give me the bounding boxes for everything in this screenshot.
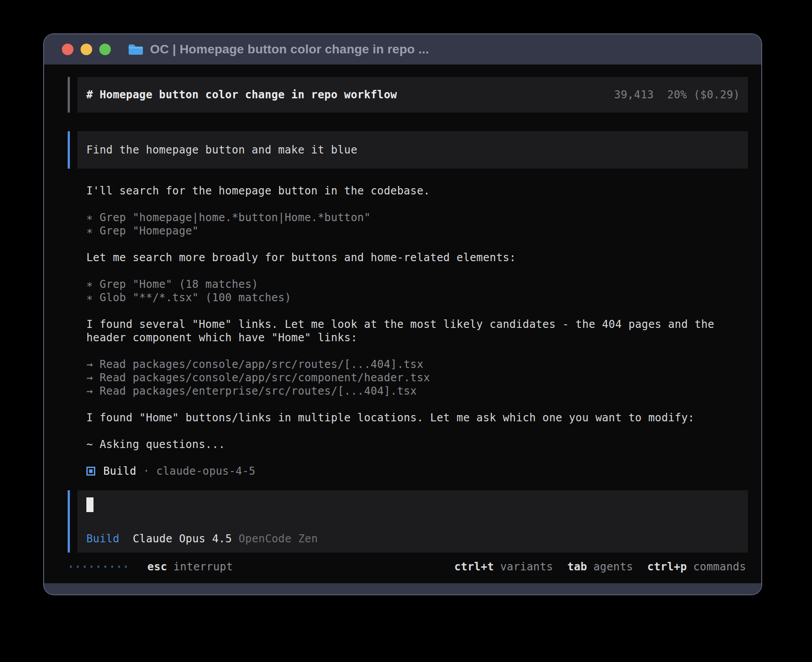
session-title: # Homepage button color change in repo w… xyxy=(86,89,397,101)
status-bar-left: ········· esc interrupt xyxy=(68,561,233,573)
input-model-name: Claude Opus 4.5 xyxy=(133,532,232,545)
tool-calls: ∗ Grep "Home" (18 matches) ∗ Glob "**/*.… xyxy=(86,278,748,304)
token-count: 39,413 xyxy=(614,89,654,101)
assistant-paragraph: I found several "Home" links. Let me loo… xyxy=(86,318,748,344)
agent-status-line: Build · claude-opus-4-5 xyxy=(86,464,748,478)
traffic-lights xyxy=(62,44,111,55)
status-bar: ········· esc interrupt ctrl+t variants … xyxy=(68,560,748,574)
spinner-dots: ········· xyxy=(68,561,130,573)
hint-label: commands xyxy=(693,561,746,573)
prompt-input[interactable]: Build Claude Opus 4.5 OpenCode Zen xyxy=(77,490,748,553)
hint-key: esc xyxy=(147,561,167,573)
tool-call-glob: ∗ Glob "**/*.tsx" (100 matches) xyxy=(86,291,748,304)
tool-call-grep: ∗ Grep "homepage|home.*button|Home.*butt… xyxy=(86,211,748,224)
hint-label: variants xyxy=(500,561,553,573)
user-message-text: Find the homepage button and make it blu… xyxy=(86,144,357,156)
separator-dot: · xyxy=(143,465,150,477)
assistant-paragraph: I found "Home" buttons/links in multiple… xyxy=(86,411,748,424)
assistant-text: header component which have "Home" links… xyxy=(86,331,748,344)
tool-call-grep: ∗ Grep "Home" (18 matches) xyxy=(86,278,748,291)
hint-label: interrupt xyxy=(174,561,233,573)
assistant-text: Let me search more broadly for buttons a… xyxy=(86,251,748,264)
tool-call-read: → Read packages/console/app/src/routes/[… xyxy=(86,358,748,371)
terminal-window: OC | Homepage button color change in rep… xyxy=(43,33,762,595)
conversation: I'll search for the homepage button in t… xyxy=(86,184,748,478)
session-stats: 39,413 20% ($0.29) xyxy=(614,89,740,101)
hint-key: ctrl+t xyxy=(455,561,494,573)
hint-commands: ctrl+p commands xyxy=(647,561,746,573)
window-bottom-chrome xyxy=(44,583,761,594)
tool-call-grep: ∗ Grep "Homepage" xyxy=(86,224,748,238)
hint-interrupt: esc interrupt xyxy=(147,561,233,573)
agent-model: claude-opus-4-5 xyxy=(156,465,256,477)
input-agent-label[interactable]: Build xyxy=(86,532,119,545)
terminal-content: # Homepage button color change in repo w… xyxy=(44,65,761,583)
input-model-row: Build Claude Opus 4.5 OpenCode Zen xyxy=(86,532,748,545)
input-model-provider: OpenCode Zen xyxy=(239,532,318,545)
text-cursor xyxy=(86,497,93,512)
asking-questions-status: ~ Asking questions... xyxy=(86,438,748,451)
agent-name: Build xyxy=(103,465,136,477)
hint-key: tab xyxy=(567,561,587,573)
hint-label: agents xyxy=(593,561,633,573)
close-button[interactable] xyxy=(62,44,73,55)
assistant-text: I found "Home" buttons/links in multiple… xyxy=(86,411,748,424)
hint-agents: tab agents xyxy=(567,561,633,573)
session-header: # Homepage button color change in repo w… xyxy=(77,77,748,113)
assistant-paragraph: Let me search more broadly for buttons a… xyxy=(86,251,748,264)
window-titlebar[interactable]: OC | Homepage button color change in rep… xyxy=(44,34,761,65)
agent-square-icon xyxy=(86,467,95,476)
hint-key: ctrl+p xyxy=(647,561,687,573)
folder-icon xyxy=(128,43,144,56)
minimize-button[interactable] xyxy=(81,44,92,55)
tool-call-read: → Read packages/console/app/src/componen… xyxy=(86,371,748,384)
tool-calls: ∗ Grep "homepage|home.*button|Home.*butt… xyxy=(86,211,748,238)
zoom-button[interactable] xyxy=(99,44,111,55)
assistant-paragraph: I'll search for the homepage button in t… xyxy=(86,184,748,198)
assistant-text: I'll search for the homepage button in t… xyxy=(86,184,748,198)
window-title: OC | Homepage button color change in rep… xyxy=(150,42,429,57)
context-cost: 20% ($0.29) xyxy=(667,89,740,101)
status-message: ~ Asking questions... xyxy=(86,438,748,451)
hint-variants: ctrl+t variants xyxy=(455,561,553,573)
tool-calls: → Read packages/console/app/src/routes/[… xyxy=(86,358,748,398)
tool-call-read: → Read packages/enterprise/src/routes/[.… xyxy=(86,384,748,398)
status-bar-right: ctrl+t variants tab agents ctrl+p comman… xyxy=(455,561,746,573)
assistant-text: I found several "Home" links. Let me loo… xyxy=(86,318,748,331)
user-message: Find the homepage button and make it blu… xyxy=(77,131,748,169)
